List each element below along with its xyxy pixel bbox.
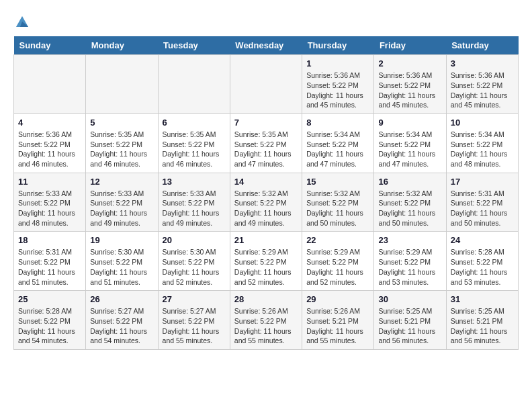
page-header [13,13,519,30]
day-info: Sunrise: 5:36 AM Sunset: 5:22 PM Dayligh… [451,71,514,110]
weekday-header-tuesday: Tuesday [158,36,230,55]
day-info: Sunrise: 5:25 AM Sunset: 5:21 PM Dayligh… [451,306,514,346]
weekday-header-wednesday: Wednesday [230,36,302,55]
day-info: Sunrise: 5:27 AM Sunset: 5:22 PM Dayligh… [163,306,226,346]
day-info: Sunrise: 5:26 AM Sunset: 5:22 PM Dayligh… [234,306,298,346]
calendar-cell: 27Sunrise: 5:27 AM Sunset: 5:22 PM Dayli… [158,291,230,350]
logo-icon [15,15,30,30]
day-info: Sunrise: 5:35 AM Sunset: 5:22 PM Dayligh… [90,130,153,169]
day-number: 18 [18,235,81,245]
calendar-cell [230,55,302,114]
day-info: Sunrise: 5:32 AM Sunset: 5:22 PM Dayligh… [234,189,298,228]
day-number: 4 [18,118,81,128]
calendar-cell: 10Sunrise: 5:34 AM Sunset: 5:22 PM Dayli… [446,113,518,173]
day-number: 24 [451,235,514,245]
calendar-cell: 11Sunrise: 5:33 AM Sunset: 5:22 PM Dayli… [14,173,86,232]
day-info: Sunrise: 5:34 AM Sunset: 5:22 PM Dayligh… [451,130,514,169]
weekday-header-saturday: Saturday [446,36,518,55]
day-info: Sunrise: 5:29 AM Sunset: 5:22 PM Dayligh… [306,247,369,287]
day-info: Sunrise: 5:33 AM Sunset: 5:22 PM Dayligh… [90,189,153,228]
calendar-week-row: 25Sunrise: 5:28 AM Sunset: 5:22 PM Dayli… [14,291,519,350]
weekday-header-sunday: Sunday [14,36,86,55]
calendar-cell: 19Sunrise: 5:30 AM Sunset: 5:22 PM Dayli… [86,232,158,291]
weekday-header-monday: Monday [86,36,158,55]
day-number: 25 [18,294,81,304]
day-number: 3 [451,58,514,68]
calendar-week-row: 1Sunrise: 5:36 AM Sunset: 5:22 PM Daylig… [14,55,519,114]
calendar-cell [158,55,230,114]
day-info: Sunrise: 5:36 AM Sunset: 5:22 PM Dayligh… [378,71,441,110]
day-number: 9 [378,118,441,128]
day-info: Sunrise: 5:30 AM Sunset: 5:22 PM Dayligh… [163,247,226,287]
day-number: 29 [306,294,369,304]
calendar-cell: 16Sunrise: 5:32 AM Sunset: 5:22 PM Dayli… [374,173,446,232]
calendar-cell: 25Sunrise: 5:28 AM Sunset: 5:22 PM Dayli… [14,291,86,350]
day-info: Sunrise: 5:29 AM Sunset: 5:22 PM Dayligh… [378,247,441,287]
calendar-cell: 18Sunrise: 5:31 AM Sunset: 5:22 PM Dayli… [14,232,86,291]
day-info: Sunrise: 5:28 AM Sunset: 5:22 PM Dayligh… [451,247,514,287]
day-number: 14 [234,177,298,187]
day-number: 2 [378,58,441,68]
calendar-cell: 21Sunrise: 5:29 AM Sunset: 5:22 PM Dayli… [230,232,302,291]
calendar-cell: 30Sunrise: 5:25 AM Sunset: 5:21 PM Dayli… [374,291,446,350]
day-number: 12 [90,177,153,187]
calendar-week-row: 11Sunrise: 5:33 AM Sunset: 5:22 PM Dayli… [14,173,519,232]
calendar-week-row: 4Sunrise: 5:36 AM Sunset: 5:22 PM Daylig… [14,113,519,173]
calendar-table: SundayMondayTuesdayWednesdayThursdayFrid… [13,36,519,350]
day-number: 30 [378,294,441,304]
day-number: 26 [90,294,153,304]
day-number: 17 [451,177,514,187]
calendar-cell: 9Sunrise: 5:34 AM Sunset: 5:22 PM Daylig… [374,113,446,173]
weekday-header-row: SundayMondayTuesdayWednesdayThursdayFrid… [14,36,519,55]
day-info: Sunrise: 5:30 AM Sunset: 5:22 PM Dayligh… [90,247,153,287]
day-number: 5 [90,118,153,128]
day-number: 8 [306,118,369,128]
day-number: 23 [378,235,441,245]
day-info: Sunrise: 5:36 AM Sunset: 5:22 PM Dayligh… [306,71,369,110]
calendar-cell [86,55,158,114]
day-info: Sunrise: 5:35 AM Sunset: 5:22 PM Dayligh… [163,130,226,169]
day-info: Sunrise: 5:29 AM Sunset: 5:22 PM Dayligh… [234,247,298,287]
calendar-cell: 20Sunrise: 5:30 AM Sunset: 5:22 PM Dayli… [158,232,230,291]
day-info: Sunrise: 5:31 AM Sunset: 5:22 PM Dayligh… [451,189,514,228]
calendar-cell: 24Sunrise: 5:28 AM Sunset: 5:22 PM Dayli… [446,232,518,291]
day-number: 15 [306,177,369,187]
day-number: 11 [18,177,81,187]
day-info: Sunrise: 5:33 AM Sunset: 5:22 PM Dayligh… [18,189,81,228]
calendar-cell: 29Sunrise: 5:26 AM Sunset: 5:21 PM Dayli… [302,291,374,350]
day-number: 16 [378,177,441,187]
weekday-header-thursday: Thursday [302,36,374,55]
calendar-cell: 6Sunrise: 5:35 AM Sunset: 5:22 PM Daylig… [158,113,230,173]
day-number: 13 [163,177,226,187]
day-info: Sunrise: 5:34 AM Sunset: 5:22 PM Dayligh… [306,130,369,169]
day-number: 19 [90,235,153,245]
day-number: 27 [163,294,226,304]
day-info: Sunrise: 5:33 AM Sunset: 5:22 PM Dayligh… [163,189,226,228]
day-number: 28 [234,294,298,304]
weekday-header-friday: Friday [374,36,446,55]
day-info: Sunrise: 5:27 AM Sunset: 5:22 PM Dayligh… [90,306,153,346]
day-info: Sunrise: 5:32 AM Sunset: 5:22 PM Dayligh… [306,189,369,228]
day-info: Sunrise: 5:28 AM Sunset: 5:22 PM Dayligh… [18,306,81,346]
calendar-cell: 31Sunrise: 5:25 AM Sunset: 5:21 PM Dayli… [446,291,518,350]
day-info: Sunrise: 5:34 AM Sunset: 5:22 PM Dayligh… [378,130,441,169]
day-info: Sunrise: 5:25 AM Sunset: 5:21 PM Dayligh… [378,306,441,346]
calendar-cell: 22Sunrise: 5:29 AM Sunset: 5:22 PM Dayli… [302,232,374,291]
calendar-cell: 26Sunrise: 5:27 AM Sunset: 5:22 PM Dayli… [86,291,158,350]
calendar-cell: 8Sunrise: 5:34 AM Sunset: 5:22 PM Daylig… [302,113,374,173]
logo [13,13,31,30]
calendar-cell: 5Sunrise: 5:35 AM Sunset: 5:22 PM Daylig… [86,113,158,173]
day-info: Sunrise: 5:32 AM Sunset: 5:22 PM Dayligh… [378,189,441,228]
day-number: 6 [163,118,226,128]
day-number: 10 [451,118,514,128]
calendar-week-row: 18Sunrise: 5:31 AM Sunset: 5:22 PM Dayli… [14,232,519,291]
day-info: Sunrise: 5:36 AM Sunset: 5:22 PM Dayligh… [18,130,81,169]
day-info: Sunrise: 5:26 AM Sunset: 5:21 PM Dayligh… [306,306,369,346]
calendar-cell: 2Sunrise: 5:36 AM Sunset: 5:22 PM Daylig… [374,55,446,114]
day-number: 31 [451,294,514,304]
calendar-cell: 13Sunrise: 5:33 AM Sunset: 5:22 PM Dayli… [158,173,230,232]
day-number: 1 [306,58,369,68]
calendar-cell: 4Sunrise: 5:36 AM Sunset: 5:22 PM Daylig… [14,113,86,173]
calendar-cell: 14Sunrise: 5:32 AM Sunset: 5:22 PM Dayli… [230,173,302,232]
day-info: Sunrise: 5:31 AM Sunset: 5:22 PM Dayligh… [18,247,81,287]
